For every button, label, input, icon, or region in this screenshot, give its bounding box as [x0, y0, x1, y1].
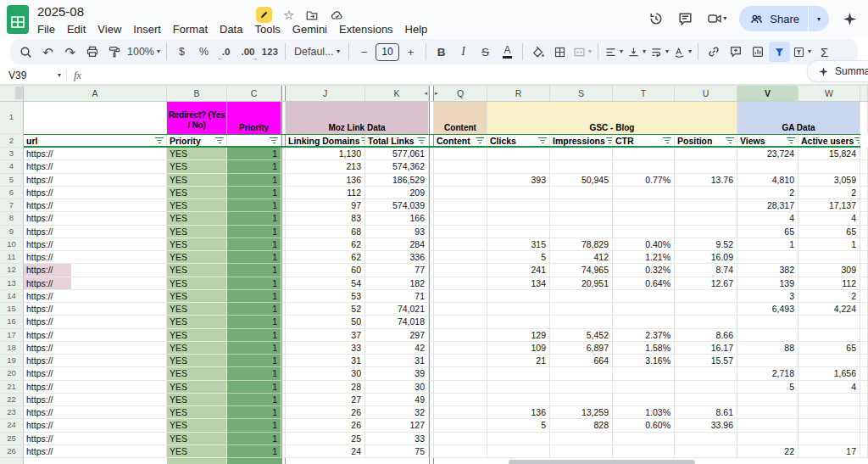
cell-R3[interactable]: [487, 148, 550, 160]
text-color-button[interactable]: A: [497, 42, 518, 62]
cell-J3[interactable]: 1,130: [286, 148, 365, 160]
cell-U19[interactable]: 15.57: [675, 355, 737, 367]
cell-R25[interactable]: [487, 433, 550, 445]
cell-V21[interactable]: 5: [737, 381, 798, 394]
cell-C8[interactable]: 1: [227, 212, 281, 225]
cell-partial[interactable]: [798, 458, 860, 464]
cell-W8[interactable]: 4: [798, 212, 860, 225]
cell-S24[interactable]: 828: [550, 419, 613, 432]
cell-K11[interactable]: 336: [365, 251, 429, 264]
cell-V2[interactable]: Views: [737, 135, 798, 146]
cell-R5[interactable]: 393: [487, 174, 550, 187]
cell-C9[interactable]: 1: [227, 226, 281, 238]
row-header-5[interactable]: 5: [0, 174, 24, 187]
cell-B4[interactable]: YES: [167, 160, 227, 173]
cell-V8[interactable]: 4: [737, 212, 798, 225]
cell-X1-partial[interactable]: [860, 102, 868, 134]
cell-J26[interactable]: 24: [286, 445, 365, 458]
cell-Q3[interactable]: [434, 148, 487, 160]
cell-S25[interactable]: [550, 433, 613, 445]
cell-T26[interactable]: [613, 445, 675, 458]
cell-Q13[interactable]: [434, 277, 487, 290]
cell-W24[interactable]: [798, 419, 860, 432]
cell-Q4[interactable]: [434, 160, 487, 173]
cell-R4[interactable]: [487, 160, 550, 173]
cell-X11[interactable]: [860, 251, 868, 264]
cell-C24[interactable]: 1: [227, 419, 281, 432]
menu-item-format[interactable]: Format: [167, 21, 214, 37]
format-percent-button[interactable]: %: [193, 42, 214, 62]
column-header-R[interactable]: R: [487, 86, 550, 101]
cell-V6[interactable]: 2: [737, 187, 798, 199]
cell-S23[interactable]: 13,259: [550, 406, 613, 419]
filter-icon[interactable]: [416, 137, 426, 144]
paint-format-button[interactable]: [103, 42, 125, 62]
cell-K15[interactable]: 74,021: [365, 303, 429, 316]
row-header-3[interactable]: 3: [0, 148, 24, 160]
column-header-C[interactable]: C: [227, 86, 281, 101]
cell-A19[interactable]: https://: [24, 355, 167, 367]
row-header-24[interactable]: 24: [0, 419, 24, 432]
cell-C17[interactable]: 1: [227, 329, 281, 342]
cell-J21[interactable]: 28: [286, 381, 365, 394]
cell-T12[interactable]: 0.32%: [613, 264, 675, 277]
cell-K22[interactable]: 49: [365, 394, 429, 406]
cell-V20[interactable]: 2,718: [737, 367, 798, 380]
cell-partial[interactable]: [434, 458, 487, 464]
cell-B26[interactable]: YES: [167, 445, 227, 458]
cell-partial[interactable]: [167, 458, 227, 464]
cell-C18[interactable]: 1: [227, 342, 281, 355]
column-header-A[interactable]: A: [24, 86, 167, 101]
cell-J12[interactable]: 60: [286, 264, 365, 277]
cell-C23[interactable]: 1: [227, 406, 281, 419]
cell-K26[interactable]: 75: [365, 445, 429, 458]
cell-X3[interactable]: [860, 148, 868, 160]
cell-K2[interactable]: Total Links: [365, 135, 429, 146]
summarize-sheet-chip[interactable]: Summarize th: [807, 60, 868, 82]
cell-Q14[interactable]: [434, 290, 487, 303]
cell-T18[interactable]: 1.58%: [613, 342, 675, 355]
menu-item-tools[interactable]: Tools: [248, 21, 286, 37]
cell-R10[interactable]: 315: [487, 238, 550, 251]
cell-W12[interactable]: 309: [798, 264, 860, 277]
cell-V9[interactable]: 65: [737, 226, 798, 238]
cell-Q5[interactable]: [434, 174, 487, 187]
cell-X26[interactable]: [860, 445, 868, 458]
cell-T17[interactable]: 2.37%: [613, 329, 675, 342]
cell-A12[interactable]: https://: [24, 264, 167, 277]
cell-X2-partial[interactable]: [860, 134, 868, 148]
cell-A3[interactable]: https://: [24, 148, 167, 160]
cell-partial[interactable]: [365, 458, 429, 464]
cell-U17[interactable]: 8.66: [675, 329, 737, 342]
font-size-input[interactable]: 10: [376, 43, 399, 61]
cell-K16[interactable]: 74,018: [365, 316, 429, 328]
cell-C4[interactable]: 1: [227, 160, 281, 173]
cell-B12[interactable]: YES: [167, 264, 227, 277]
cell-S20[interactable]: [550, 367, 613, 380]
cell-S4[interactable]: [550, 160, 613, 173]
cell-B23[interactable]: YES: [167, 406, 227, 419]
cell-R13[interactable]: 134: [487, 277, 550, 290]
insert-link-button[interactable]: [703, 42, 724, 62]
cell-Q11[interactable]: [434, 251, 487, 264]
cell-R6[interactable]: [487, 187, 550, 199]
merge-cells-button[interactable]: ▾: [571, 42, 593, 62]
cell-B25[interactable]: YES: [167, 433, 227, 445]
text-wrap-button[interactable]: ▾: [648, 42, 670, 62]
decrease-decimal-button[interactable]: .0←: [215, 42, 236, 62]
cell-R15[interactable]: [487, 303, 550, 316]
cell-U20[interactable]: [675, 367, 737, 380]
star-icon[interactable]: ☆: [283, 8, 294, 21]
increase-font-size-button[interactable]: +: [400, 42, 421, 62]
redo-button[interactable]: ↷: [59, 42, 81, 62]
cell-C5[interactable]: 1: [227, 174, 281, 187]
row-header-18[interactable]: 18: [0, 342, 24, 355]
cell-T23[interactable]: 1.03%: [613, 406, 675, 419]
cell-T14[interactable]: [613, 290, 675, 303]
cell-W20[interactable]: 1,656: [798, 367, 860, 380]
cell-U15[interactable]: [675, 303, 737, 316]
cell-J9[interactable]: 68: [286, 226, 365, 238]
name-box-dropdown-icon[interactable]: ▾: [58, 72, 61, 79]
cell-K5[interactable]: 186,529: [365, 174, 429, 187]
cell-T20[interactable]: [613, 367, 675, 380]
